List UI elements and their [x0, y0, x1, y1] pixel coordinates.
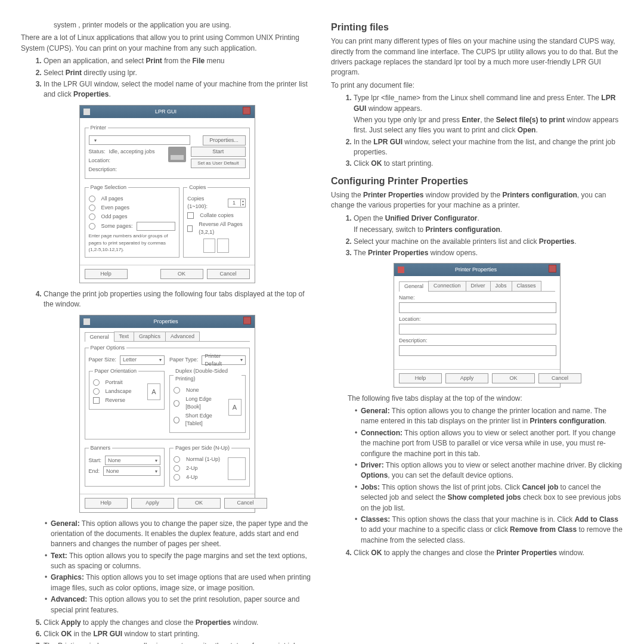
tab-jobs[interactable]: Jobs	[490, 281, 512, 290]
print-intro: You can print many different types of fi…	[331, 36, 623, 78]
set-default-button[interactable]: Set as User Default	[191, 159, 245, 168]
none-radio[interactable]	[174, 387, 180, 394]
step1: Open an application, and select Print fr…	[44, 56, 313, 66]
close-icon[interactable]	[243, 107, 250, 114]
ok-button[interactable]: OK	[160, 269, 203, 279]
properties-window: Properties General Text Graphics Advance…	[79, 315, 255, 513]
pp-title: Printer Properties	[455, 266, 497, 274]
evenpages-radio[interactable]	[89, 205, 95, 211]
pages-preview-icon	[187, 239, 245, 253]
shortedge-radio[interactable]	[174, 417, 179, 423]
pstep2: In the LPR GUI window, select your machi…	[354, 137, 623, 158]
tab-graphics[interactable]: Graphics	[134, 332, 166, 341]
allpages-radio[interactable]	[89, 196, 95, 202]
reverse-check[interactable]	[93, 397, 100, 404]
banner-start-select[interactable]: None	[105, 456, 160, 465]
lpr-titlebar: LPR GUI	[80, 106, 255, 118]
properties-button[interactable]: Properties...	[203, 135, 246, 145]
bullet-graphics: Graphics: This option allows you to set …	[45, 572, 313, 593]
apply-button[interactable]: Apply	[131, 498, 174, 508]
step6: Click OK in the LPR GUI window to start …	[44, 629, 313, 639]
oddpages-radio[interactable]	[89, 213, 95, 220]
start-button[interactable]: Start	[191, 147, 245, 157]
step2: Select Print directly using lpr.	[44, 68, 313, 78]
step4: Change the print job properties using th…	[44, 289, 313, 310]
lpr-title: LPR GUI	[155, 108, 177, 116]
cancel-button[interactable]: Cancel	[224, 498, 267, 508]
cancel-button[interactable]: Cancel	[207, 269, 250, 279]
tabs-intro: The following five tabs display at the t…	[348, 394, 623, 404]
tab-text[interactable]: Text	[114, 332, 135, 341]
step3: In the LPR GUI window, select the model …	[44, 79, 313, 100]
tab-general[interactable]: General	[399, 281, 429, 291]
t-classes: Classes: This option shows the class tha…	[355, 515, 623, 546]
longedge-radio[interactable]	[174, 400, 179, 407]
help-button[interactable]: Help	[399, 373, 442, 383]
orientation-preview-icon: A	[147, 383, 160, 400]
pstep3: Click OK to start printing.	[354, 159, 623, 169]
tab-connection[interactable]: Connection	[428, 281, 466, 290]
window-icon	[83, 109, 90, 115]
step7: The Printing window appears, allowing yo…	[44, 641, 313, 644]
window-icon	[83, 318, 90, 325]
t-jobs: Jobs: This option shows the list of prin…	[355, 482, 623, 513]
somepages-input[interactable]	[137, 222, 176, 231]
pstep1: Type lpr <file_name> from the Linux shel…	[354, 93, 623, 136]
landscape-radio[interactable]	[93, 388, 100, 395]
nup-fieldset: Pages per Side (N-Up) Normal (1-Up) 2-Up…	[169, 444, 250, 487]
t-general: General: This option allows you to chang…	[355, 406, 623, 427]
printer-fieldset: Printer Properties... Status:Idle, accep…	[85, 124, 250, 179]
printer-select[interactable]	[89, 135, 190, 145]
normal-radio[interactable]	[174, 456, 180, 463]
bullet-advanced: Advanced: This option allows you to set …	[45, 595, 313, 615]
window-icon	[398, 267, 404, 273]
close-icon[interactable]	[549, 265, 556, 273]
copies-spinner[interactable]: 1▴▾	[228, 199, 246, 208]
printer-icon	[168, 147, 186, 162]
pp-titlebar: Printer Properties	[394, 264, 560, 276]
props-title: Properties	[153, 318, 178, 326]
printer-properties-window: Printer Properties General Connection Dr…	[394, 263, 561, 387]
cstep2: Select your machine on the available pri…	[354, 237, 623, 247]
duplex-fieldset: Duplex (Double-Sided Printing) None Long…	[169, 367, 246, 433]
cstep4: Click OK to apply the changes and close …	[354, 548, 623, 558]
ok-button[interactable]: OK	[178, 498, 221, 508]
orientation-fieldset: Paper Orientation Portrait Landscape Rev…	[89, 367, 165, 410]
help-button[interactable]: Help	[85, 498, 128, 508]
props-titlebar: Properties	[80, 315, 255, 328]
reverse-check[interactable]	[187, 225, 193, 232]
intro2: There are a lot of Linux applications th…	[21, 33, 313, 54]
bullet-general: General: This option allows you to chang…	[45, 519, 313, 550]
cstep1: Open the Unified Driver Configurator. If…	[354, 213, 623, 236]
location-input[interactable]	[399, 324, 556, 335]
tab-driver[interactable]: Driver	[466, 281, 491, 290]
intro1: system , printer models or the applicati…	[54, 20, 313, 30]
name-input[interactable]	[399, 302, 556, 313]
banner-end-select[interactable]: None	[103, 466, 160, 476]
t-driver: Driver: This option allows you to view o…	[355, 460, 623, 481]
4up-radio[interactable]	[174, 474, 180, 481]
tab-advanced[interactable]: Advanced	[165, 332, 200, 341]
close-icon[interactable]	[243, 317, 251, 324]
bullet-text: Text: This option allows you to specify …	[45, 551, 313, 572]
2up-radio[interactable]	[174, 465, 180, 472]
apply-button[interactable]: Apply	[445, 373, 488, 383]
somepages-radio[interactable]	[89, 223, 95, 230]
print-any: To print any document file:	[331, 80, 623, 91]
cancel-button[interactable]: Cancel	[538, 373, 581, 383]
papertype-select[interactable]: Printer Default	[202, 355, 245, 365]
lpr-gui-window: LPR GUI Printer Properties... Stat	[79, 105, 255, 283]
banners-fieldset: Banners Start:None End:None	[85, 444, 165, 487]
collate-check[interactable]	[187, 212, 194, 219]
papersize-select[interactable]: Letter	[120, 355, 165, 365]
t-connection: Connection: This option allows you to vi…	[355, 428, 623, 459]
printing-files-heading: Printing files	[331, 20, 623, 34]
config-intro: Using the Printer Properties window prov…	[331, 190, 623, 211]
description-input[interactable]	[399, 345, 556, 356]
tab-classes[interactable]: Classes	[512, 281, 541, 290]
duplex-preview-icon: A	[228, 399, 242, 416]
ok-button[interactable]: OK	[492, 373, 535, 383]
tab-general[interactable]: General	[85, 332, 114, 342]
portrait-radio[interactable]	[93, 379, 100, 386]
help-button[interactable]: Help	[85, 269, 128, 279]
